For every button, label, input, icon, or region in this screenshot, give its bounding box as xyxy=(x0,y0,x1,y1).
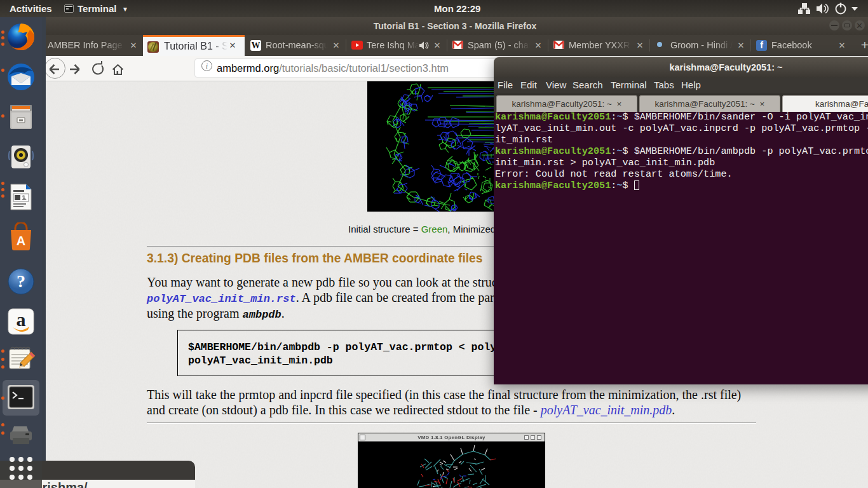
svg-text:A: A xyxy=(17,234,25,248)
svg-text:a: a xyxy=(17,309,26,330)
svg-text:?: ? xyxy=(17,271,25,291)
